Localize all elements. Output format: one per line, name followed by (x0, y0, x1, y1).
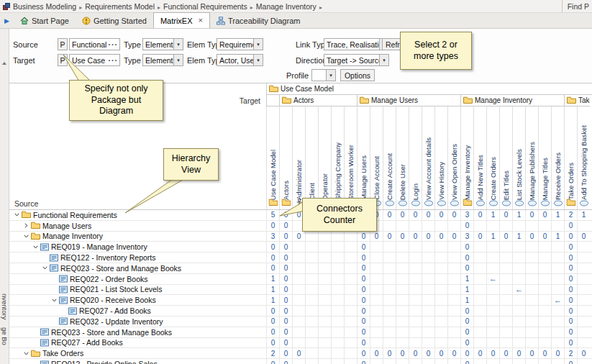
matrix-cell[interactable] (305, 327, 318, 337)
matrix-cell[interactable] (538, 274, 551, 284)
matrix-cell[interactable] (305, 295, 318, 305)
matrix-cell[interactable] (512, 317, 525, 327)
matrix-cell[interactable] (525, 338, 538, 348)
matrix-cell[interactable] (447, 221, 460, 231)
matrix-cell[interactable]: 0 (279, 359, 292, 364)
dropdown-arrow-icon[interactable]: ▾ (379, 55, 388, 65)
matrix-cell[interactable]: 0 (357, 242, 370, 252)
matrix-cell[interactable] (577, 338, 590, 348)
matrix-cell[interactable] (538, 221, 551, 231)
matrix-cell[interactable]: 0 (434, 232, 447, 242)
matrix-cell[interactable]: 0 (564, 359, 577, 364)
matrix-cell[interactable] (512, 221, 525, 231)
matrix-cell[interactable]: 1 (266, 295, 279, 305)
matrix-cell[interactable] (577, 359, 590, 364)
matrix-cell[interactable] (473, 306, 486, 316)
matrix-cell[interactable] (551, 274, 564, 284)
matrix-cell[interactable]: 0 (279, 327, 292, 337)
matrix-cell[interactable]: 1 (486, 210, 499, 220)
matrix-cell[interactable]: 0 (460, 327, 473, 337)
matrix-root-group-header[interactable]: Use Case Model (266, 83, 592, 95)
docked-tab-label[interactable]: nventory (1, 294, 9, 319)
tree-row-req023-store-and-manage-books[interactable]: REQ023 - Store and Manage Books (9, 263, 266, 273)
matrix-cell[interactable] (305, 263, 318, 273)
matrix-cell[interactable]: 0 (564, 285, 577, 295)
matrix-cell[interactable] (383, 327, 396, 337)
matrix-cell[interactable]: 0 (266, 338, 279, 348)
matrix-column-header-create-account[interactable]: Create Account (383, 106, 396, 210)
matrix-cell[interactable]: 0 (473, 210, 486, 220)
matrix-cell[interactable]: 0 (460, 263, 473, 273)
matrix-cell[interactable]: 0 (409, 232, 422, 242)
expand-toggle-icon[interactable] (32, 245, 38, 249)
matrix-cell[interactable] (486, 317, 499, 327)
left-dock-rail[interactable]: nventory ge Bo (0, 29, 9, 364)
nav-forward-icon[interactable]: ▶ (4, 17, 9, 24)
matrix-cell[interactable] (370, 295, 383, 305)
matrix-cell[interactable] (344, 252, 357, 263)
matrix-cell[interactable] (499, 359, 512, 364)
matrix-cell[interactable]: 0 (279, 306, 292, 316)
matrix-cell[interactable]: 0 (279, 285, 292, 295)
matrix-cell[interactable] (318, 295, 331, 305)
matrix-cell[interactable] (318, 348, 331, 358)
matrix-column-header-manage-titles[interactable]: Manage Titles (538, 106, 551, 210)
matrix-cell[interactable]: 0 (538, 210, 551, 220)
matrix-cell[interactable] (447, 338, 460, 348)
matrix-cell[interactable] (434, 252, 447, 263)
matrix-cell[interactable] (409, 285, 422, 295)
matrix-cell[interactable]: 0 (409, 210, 422, 220)
matrix-column-header-close-account[interactable]: Close Account (370, 106, 383, 210)
matrix-cell[interactable] (525, 221, 538, 231)
matrix-cell[interactable]: 0 (279, 348, 292, 358)
scroll-up-icon[interactable] (2, 62, 6, 65)
source-elemtype-select[interactable]: Requirement ▾ (217, 38, 263, 50)
matrix-cell[interactable] (305, 306, 318, 316)
matrix-cell[interactable]: 1 (460, 285, 473, 295)
matrix-cell[interactable] (292, 327, 305, 337)
matrix-cell[interactable] (383, 295, 396, 305)
matrix-cell[interactable] (331, 295, 344, 305)
matrix-cell[interactable] (447, 274, 460, 284)
matrix-cell[interactable]: 0 (564, 327, 577, 337)
matrix-column-header-create-orders[interactable]: Create Orders (486, 106, 499, 210)
matrix-column-header-operator[interactable]: Operator (318, 106, 331, 210)
matrix-cell[interactable]: 0 (434, 348, 447, 358)
matrix-cell[interactable]: 0 (486, 348, 499, 358)
matrix-cell[interactable] (318, 242, 331, 252)
matrix-cell[interactable] (305, 338, 318, 348)
matrix-cell[interactable]: 0 (564, 221, 577, 231)
matrix-cell[interactable] (486, 263, 499, 273)
matrix-cell[interactable]: 0 (564, 263, 577, 273)
matrix-cell[interactable] (344, 285, 357, 295)
matrix-cell[interactable]: 0 (357, 232, 370, 242)
breadcrumb-item-business-modeling[interactable]: Business Modeling (13, 2, 76, 11)
matrix-cell[interactable] (551, 338, 564, 348)
matrix-column-header-use-case-model[interactable]: Use Case Model (266, 106, 279, 210)
matrix-cell[interactable]: 1 (512, 232, 525, 242)
matrix-cell[interactable] (370, 306, 383, 316)
matrix-cell[interactable] (396, 295, 409, 305)
matrix-cell[interactable]: 0 (422, 232, 434, 242)
matrix-cell[interactable] (486, 338, 499, 348)
matrix-cell[interactable]: 0 (279, 263, 292, 273)
matrix-cell[interactable] (370, 285, 383, 295)
matrix-cell[interactable]: 0 (279, 338, 292, 348)
tree-row-req032-update-inventory[interactable]: REQ032 - Update Inventory (9, 317, 266, 327)
matrix-cell[interactable] (370, 242, 383, 252)
matrix-cell[interactable]: 0 (564, 295, 577, 305)
matrix-cell[interactable] (538, 338, 551, 348)
matrix-cell[interactable] (396, 274, 409, 284)
matrix-cell[interactable]: 1 (551, 232, 564, 242)
matrix-cell[interactable] (512, 252, 525, 263)
dropdown-arrow-icon[interactable]: ▾ (173, 55, 183, 65)
matrix-cell[interactable]: 0 (447, 232, 460, 242)
matrix-cell[interactable] (512, 274, 525, 284)
matrix-cell[interactable] (434, 306, 447, 316)
matrix-cell[interactable] (292, 263, 305, 273)
matrix-cell[interactable] (422, 338, 434, 348)
matrix-cell[interactable]: 0 (279, 232, 292, 242)
matrix-cell[interactable]: 0 (525, 232, 538, 242)
matrix-cell[interactable] (577, 274, 590, 284)
matrix-cell[interactable]: 0 (266, 327, 279, 337)
